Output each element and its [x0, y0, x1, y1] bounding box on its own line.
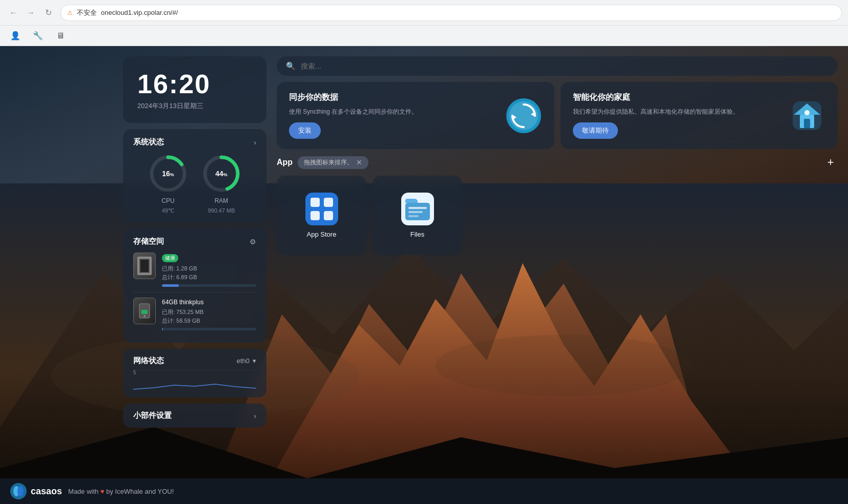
refresh-button[interactable]: ↻ [41, 6, 55, 20]
app-section-title: App [277, 158, 293, 167]
system-status-widget: 系统状态 › 16% CPU 49℃ [123, 129, 266, 222]
footer: casaos Made with ♥ by IceWhale and YOU! [0, 478, 848, 504]
promo-syncthing-title: 同步你的数据 [289, 92, 497, 103]
cpu-gauge-circle: 16% [148, 153, 189, 194]
forward-button[interactable]: → [24, 6, 38, 20]
network-chart-label: 5 [133, 370, 136, 375]
app-section-header: App 拖拽图标来排序。 ✕ + [277, 155, 838, 170]
promo-smarthome-btn[interactable]: 敬请期待 [573, 122, 618, 139]
syncthing-icon [505, 97, 542, 134]
disk1-bar [162, 284, 256, 287]
smarthome-icon [789, 97, 825, 134]
ram-gauge-circle: 44% [201, 153, 242, 194]
storage-header: 存储空间 ⚙ [133, 237, 256, 246]
network-dropdown-icon: ▾ [253, 357, 256, 365]
ram-value: 44% [215, 170, 227, 178]
appstore-name: App Store [307, 230, 337, 238]
right-panel: 🔍 同步你的数据 使用 Syncthing 在多个设备之间同步你的文件。 安装 [277, 56, 838, 255]
widget-settings-title: 小部件设置 [133, 411, 172, 421]
network-interface: eth0 [237, 357, 250, 365]
disk2-icon [133, 298, 156, 324]
storage-disk2: 64GB thinkplus 已用: 753.25 MB 总计: 58.59 G… [133, 298, 256, 330]
promo-smarthome-text: 智能化你的家庭 我们希望为你提供隐私、高速和本地化存储的智能家居体验。 敬请期待 [573, 92, 781, 139]
promo-card-smarthome: 智能化你的家庭 我们希望为你提供隐私、高速和本地化存储的智能家居体验。 敬请期待 [561, 82, 838, 149]
add-app-button[interactable]: + [823, 155, 838, 170]
svg-rect-24 [305, 193, 338, 225]
disk1-used: 已用: 1.28 GB [162, 264, 256, 273]
storage-widget: 存储空间 ⚙ 健康 已用: 1.28 GB 总计: 6.89 GB [123, 228, 266, 343]
disk2-name: 64GB thinkplus [162, 298, 256, 307]
disk2-info: 64GB thinkplus 已用: 753.25 MB 总计: 58.59 G… [162, 298, 256, 330]
network-interface-selector[interactable]: eth0 ▾ [237, 357, 256, 365]
address-bar[interactable]: ⚠ 不安全 onecloud1.vip.cpolar.cn/#/ [60, 5, 842, 21]
browser-chrome: ← → ↻ ⚠ 不安全 onecloud1.vip.cpolar.cn/#/ [0, 0, 848, 26]
app-card-appstore[interactable]: App Store [277, 176, 366, 255]
system-status-header: 系统状态 › [133, 137, 256, 147]
promo-smarthome-desc: 我们希望为你提供隐私、高速和本地化存储的智能家居体验。 [573, 107, 781, 116]
svg-point-13 [143, 315, 146, 317]
drag-hint-text: 拖拽图标来排序。 [304, 158, 353, 167]
svg-rect-26 [324, 198, 333, 207]
promo-syncthing-text: 同步你的数据 使用 Syncthing 在多个设备之间同步你的文件。 安装 [289, 92, 497, 139]
back-button[interactable]: ← [6, 6, 20, 20]
disk2-bar-fill [162, 328, 163, 330]
footer-tagline: Made with ♥ by IceWhale and YOU! [68, 488, 174, 495]
security-icon: ⚠ [67, 9, 73, 16]
main-content: 16:20 2024年3月13日星期三 系统状态 › 16% [0, 46, 848, 504]
app-card-files[interactable]: Files [373, 176, 462, 255]
storage-gear-icon[interactable]: ⚙ [250, 238, 256, 246]
cpu-gauge: 16% CPU 49℃ [148, 153, 189, 214]
promo-smarthome-title: 智能化你的家庭 [573, 92, 781, 103]
ram-used: 990.47 MB [208, 207, 235, 214]
svg-rect-22 [804, 119, 810, 128]
clock-date: 2024年3月13日星期三 [137, 101, 252, 111]
ram-gauge: 44% RAM 990.47 MB [201, 153, 242, 214]
brand-name: casaos [31, 486, 62, 497]
storage-title: 存储空间 [133, 237, 164, 246]
promo-syncthing-desc: 使用 Syncthing 在多个设备之间同步你的文件。 [289, 107, 497, 116]
url-text: onecloud1.vip.cpolar.cn/#/ [101, 9, 178, 16]
heart-icon: ♥ [100, 488, 105, 495]
svg-rect-28 [324, 211, 333, 220]
promo-card-syncthing: 同步你的数据 使用 Syncthing 在多个设备之间同步你的文件。 安装 [277, 82, 554, 149]
disk1-bar-fill [162, 284, 179, 287]
svg-point-6 [436, 335, 692, 396]
search-input[interactable] [301, 62, 829, 70]
promo-row: 同步你的数据 使用 Syncthing 在多个设备之间同步你的文件。 安装 [277, 82, 838, 149]
clock-time: 16:20 [137, 69, 252, 99]
appstore-icon [305, 193, 338, 225]
disk1-total: 总计: 6.89 GB [162, 273, 256, 282]
drag-hint-close-button[interactable]: ✕ [356, 158, 362, 166]
settings-icon[interactable]: 🔧 [31, 29, 45, 43]
nav-buttons: ← → ↻ [6, 6, 55, 20]
security-label: 不安全 [77, 8, 97, 17]
left-panel: 16:20 2024年3月13日星期三 系统状态 › 16% [123, 56, 266, 428]
cpu-temp: 49℃ [162, 207, 174, 214]
app-grid: App Store Files [277, 176, 838, 255]
clock-widget: 16:20 2024年3月13日星期三 [123, 56, 266, 123]
disk2-used: 已用: 753.25 MB [162, 308, 256, 317]
search-icon: 🔍 [286, 61, 296, 71]
disk1-info: 健康 已用: 1.28 GB 总计: 6.89 GB [162, 253, 256, 287]
svg-rect-32 [408, 211, 423, 213]
gauges-row: 16% CPU 49℃ 44% RAM 990.47 MB [133, 153, 256, 214]
drag-hint: 拖拽图标来排序。 ✕ [298, 156, 368, 169]
widget-settings[interactable]: 小部件设置 › [123, 404, 266, 428]
files-icon [401, 193, 434, 225]
promo-syncthing-install-button[interactable]: 安装 [289, 122, 321, 139]
user-icon[interactable]: 👤 [8, 29, 23, 43]
network-title: 网络状态 [133, 356, 164, 366]
svg-rect-25 [311, 198, 320, 207]
svg-point-23 [804, 110, 810, 115]
svg-point-36 [17, 486, 24, 496]
svg-rect-27 [311, 211, 320, 220]
network-chart: 5 [133, 370, 256, 390]
system-status-arrow[interactable]: › [254, 138, 256, 146]
svg-rect-12 [141, 310, 148, 314]
disk1-status-badge: 健康 [162, 254, 178, 262]
monitor-icon[interactable]: 🖥 [53, 29, 68, 43]
browser-toolbar: 👤 🔧 🖥 [0, 26, 848, 46]
cpu-value: 16% [162, 170, 174, 178]
files-name: Files [410, 230, 424, 238]
widget-settings-arrow: › [254, 412, 256, 420]
